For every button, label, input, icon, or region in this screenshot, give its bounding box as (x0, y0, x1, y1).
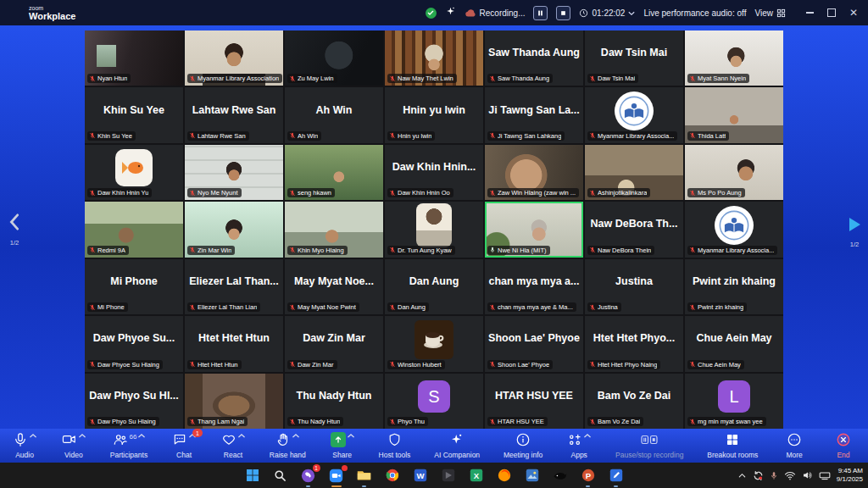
chevron-up-icon[interactable] (292, 434, 299, 438)
whale-taskbar-icon[interactable] (552, 467, 569, 484)
chevron-up-icon[interactable] (30, 434, 36, 438)
participant-tile[interactable]: seng hkawn (285, 145, 383, 200)
participant-tile[interactable]: Khin Myo Hlaing (285, 202, 383, 257)
pause-recording-button[interactable] (533, 6, 548, 20)
video-button[interactable]: Video (61, 432, 86, 459)
participant-tile[interactable]: Khin Su YeeKhin Su Yee (85, 87, 183, 142)
participant-tile[interactable]: Daw Khin Hnin...Daw Khin Hnin Oo (385, 145, 483, 200)
chevron-up-icon[interactable] (138, 434, 145, 438)
participant-tile[interactable]: Nwe Ni Hla (MIT) (485, 202, 583, 257)
participant-tile[interactable]: Nyan Htun (85, 30, 183, 86)
more-button[interactable]: More (782, 432, 807, 459)
meeting-info-button[interactable]: Meeting info (504, 432, 542, 459)
participant-tile[interactable]: Myanmar Library Association (185, 30, 283, 86)
chrome-taskbar-icon[interactable] (384, 467, 401, 484)
participant-tile[interactable]: Ashinjotikalinkara (585, 145, 683, 200)
participant-tile[interactable]: Dan AungDan Aung (385, 259, 483, 314)
zoom-app-taskbar-icon[interactable] (328, 467, 345, 484)
participant-tile[interactable]: Zin Mar Win (185, 202, 283, 257)
chevron-up-icon[interactable] (348, 434, 354, 438)
sync-tray-icon[interactable] (753, 470, 764, 481)
end-button[interactable]: End (831, 432, 856, 459)
participant-tile[interactable]: Winston Hubert (385, 316, 483, 371)
participant-tile[interactable]: Zaw Win Hlaing (zaw win ... (485, 145, 583, 200)
meeting-timer[interactable]: 01:22:02 (579, 8, 635, 18)
participant-tile[interactable]: Thu Nady HtunThu Nady Htun (285, 374, 383, 429)
share-button[interactable]: Share (330, 432, 355, 459)
search-taskbar-icon[interactable] (272, 467, 289, 484)
maximize-button[interactable] (827, 8, 836, 17)
participant-tile[interactable]: Ms Po Po Aung (685, 145, 783, 200)
file-explorer-taskbar-icon[interactable] (356, 467, 373, 484)
participant-tile[interactable]: Thida Latt (685, 87, 783, 142)
participant-tile[interactable]: Naw May Thet Lwin (385, 30, 483, 86)
participant-tile[interactable]: Daw Phyo Su Hl...Daw Phyo Su Hlaing (85, 374, 183, 429)
editor-taskbar-icon[interactable] (608, 467, 625, 484)
participant-tile[interactable]: Lmg min myat swan yee (685, 374, 783, 429)
participant-tile[interactable]: HTAR HSU YEEHTAR HSU YEE (485, 374, 583, 429)
participant-tile[interactable]: Shoon Lae' PhyoeShoon Lae' Phyoe (485, 316, 583, 371)
participant-tile[interactable]: Eliezer Lal Than...Eliezer Lal Than Lian (185, 259, 283, 314)
chevron-up-icon[interactable] (79, 434, 86, 438)
participant-tile[interactable]: Ah WinAh Win (285, 87, 383, 142)
ai-companion-button[interactable]: AI Companion (434, 432, 480, 459)
participant-tile[interactable]: Ji Tawng San La...Ji Tawng San Lahkang (485, 87, 583, 142)
participant-tile[interactable]: Naw DeBora Th...Naw DeBora Thein (585, 202, 683, 257)
pause-stop-recording-button[interactable]: Pause/stop recording (615, 432, 683, 459)
photos-taskbar-icon[interactable] (524, 467, 541, 484)
close-button[interactable]: ✕ (849, 8, 858, 18)
participants-button[interactable]: 66Participants (110, 432, 147, 459)
participant-tile[interactable]: Daw Phyoe Su...Daw Phyoe Su Hlaing (85, 316, 183, 371)
breakout-rooms-button[interactable]: Breakout rooms (707, 432, 758, 459)
ai-sparkle-icon[interactable] (445, 5, 456, 20)
host-tools-button[interactable]: Host tools (379, 432, 411, 459)
participant-tile[interactable]: Thang Lam Ngai (185, 374, 283, 429)
chat-button[interactable]: 1Chat (171, 432, 197, 459)
viber-taskbar-icon[interactable]: 1 (300, 467, 317, 484)
participant-tile[interactable]: Nyo Me Nyunt (185, 145, 283, 200)
view-button[interactable]: View (754, 8, 786, 18)
participant-tile[interactable]: Dr. Tun Aung Kyaw (385, 202, 483, 257)
participant-tile[interactable]: Htet Htet Phyo...Htet Htet Phyo Naing (585, 316, 683, 371)
media-dark-taskbar-icon[interactable] (440, 467, 457, 484)
participant-tile[interactable]: Myanmar Library Associa... (585, 87, 683, 142)
previous-page-button[interactable]: 1/2 (8, 214, 20, 247)
security-shield-icon[interactable] (426, 8, 437, 19)
firefox-taskbar-icon[interactable] (496, 467, 513, 484)
participant-tile[interactable]: Redmi 9A (85, 202, 183, 257)
keyboard-tray-icon[interactable] (819, 471, 831, 480)
chevron-up-icon[interactable] (238, 434, 245, 438)
participant-tile[interactable]: Htet Htet HtunHtet Htet Htun (185, 316, 283, 371)
participant-tile[interactable]: Mi PhoneMi Phone (85, 259, 183, 314)
wifi-tray-icon[interactable] (784, 471, 796, 480)
participant-tile[interactable]: Daw Khin Hnin Yu (85, 145, 183, 200)
participant-tile[interactable]: Zu May Lwin (285, 30, 383, 86)
participant-tile[interactable]: Pwint zin khaingPwint zin khaing (685, 259, 783, 314)
chevron-up-tray-icon[interactable] (737, 471, 747, 480)
participant-tile[interactable]: Myanmar Library Associa... (685, 202, 783, 257)
participant-tile[interactable]: May Myat Noe...May Myat Noe Pwint (285, 259, 383, 314)
participant-tile[interactable]: Saw Thanda AungSaw Thanda Aung (485, 30, 583, 86)
participant-tile[interactable]: Lahtaw Rwe SanLahtaw Rwe San (185, 87, 283, 142)
participant-tile[interactable]: Chue Aein MayChue Aein May (685, 316, 783, 371)
next-page-button[interactable]: 1/2 (848, 217, 861, 248)
apps-button[interactable]: Apps (566, 432, 592, 459)
word-taskbar-icon[interactable]: W (412, 467, 429, 484)
volume-tray-icon[interactable] (802, 470, 813, 480)
participant-tile[interactable]: chan mya mya a...chan mya mya aye & Ma..… (485, 259, 583, 314)
stop-recording-button[interactable] (556, 6, 570, 20)
participant-tile[interactable]: SPhyo Thu (385, 374, 483, 429)
react-button[interactable]: React (220, 432, 246, 459)
participant-tile[interactable]: Daw Tsin MaiDaw Tsin Mai (585, 30, 683, 86)
minimize-button[interactable] (806, 12, 814, 14)
start-taskbar-icon[interactable] (244, 467, 261, 484)
audio-button[interactable]: Audio (12, 432, 37, 459)
raise-hand-button[interactable]: Raise hand (270, 432, 306, 459)
participant-tile[interactable]: Myat Sann Nyein (685, 30, 783, 86)
powerpoint-taskbar-icon[interactable]: P (580, 467, 597, 484)
participant-tile[interactable]: JustinaJustina (585, 259, 683, 314)
chevron-up-icon[interactable] (584, 434, 591, 438)
mic-tray-icon[interactable] (770, 470, 778, 481)
participant-tile[interactable]: Bam Vo Ze DaiBam Vo Ze Dai (585, 374, 683, 429)
participant-tile[interactable]: Daw Zin MarDaw Zin Mar (285, 316, 383, 371)
